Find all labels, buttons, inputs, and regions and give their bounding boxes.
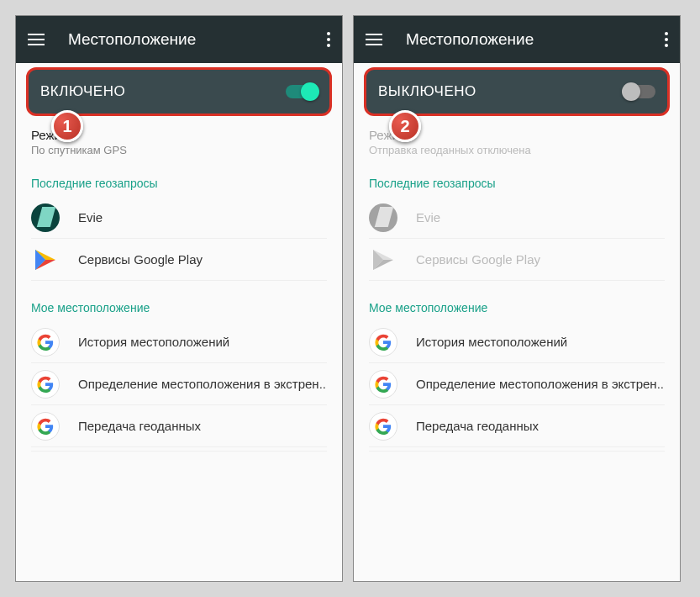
recent-item-evie: Evie (369, 197, 665, 239)
play-services-icon (31, 246, 60, 274)
step-badge: 1 (51, 110, 83, 142)
step-badge: 2 (389, 110, 421, 142)
divider (369, 451, 665, 452)
google-icon (31, 370, 60, 399)
content: Режим Отправка геоданных отключена После… (354, 116, 680, 452)
mode-subtitle: По спутникам GPS (31, 144, 327, 156)
item-label: Сервисы Google Play (416, 252, 540, 267)
mode-subtitle: Отправка геоданных отключена (369, 144, 665, 156)
content: Режим По спутникам GPS Последние геозапр… (16, 116, 342, 452)
item-label: Передача геоданных (416, 419, 539, 433)
item-label: Определение местоположения в экстрен.. (78, 377, 326, 391)
play-services-icon (369, 246, 397, 274)
location-toggle-row[interactable]: ВКЛЮЧЕНО (26, 67, 332, 116)
location-toggle-row[interactable]: ВЫКЛЮЧЕНО (364, 67, 670, 116)
item-label: История местоположений (416, 335, 567, 349)
menu-icon[interactable] (366, 30, 382, 49)
recent-item-play[interactable]: Сервисы Google Play (31, 239, 327, 281)
toggle-label: ВЫКЛЮЧЕНО (378, 83, 624, 100)
recent-item-evie[interactable]: Evie (31, 197, 327, 239)
location-history-item[interactable]: История местоположений (31, 321, 327, 363)
location-header: Мое местоположение (369, 301, 665, 314)
evie-icon (31, 203, 60, 232)
google-icon (369, 412, 397, 441)
item-label: Определение местоположения в экстрен.. (416, 377, 664, 391)
toggle-switch[interactable] (624, 85, 655, 98)
location-history-item[interactable]: История местоположений (369, 321, 665, 363)
page-title: Местоположение (68, 30, 327, 49)
item-label: Передача геоданных (78, 419, 201, 433)
divider (31, 451, 327, 452)
screen-1: Местоположение ВКЛЮЧЕНО 1 Режим По спутн… (15, 15, 343, 582)
overflow-icon[interactable] (327, 29, 330, 50)
evie-icon (369, 203, 397, 232)
google-icon (369, 328, 397, 357)
recent-item-play: Сервисы Google Play (369, 239, 665, 281)
geodata-share-item[interactable]: Передача геоданных (369, 405, 665, 447)
toggle-switch[interactable] (286, 85, 318, 98)
screen-2: Местоположение ВЫКЛЮЧЕНО 2 Режим Отправк… (353, 15, 681, 582)
item-label: История местоположений (78, 335, 229, 349)
geodata-share-item[interactable]: Передача геоданных (31, 405, 327, 447)
item-label: Сервисы Google Play (78, 252, 203, 267)
emergency-location-item[interactable]: Определение местоположения в экстрен.. (369, 363, 665, 405)
item-label: Evie (78, 210, 103, 225)
google-icon (369, 370, 397, 399)
recent-header: Последние геозапросы (31, 177, 327, 190)
menu-icon[interactable] (28, 30, 45, 49)
item-label: Evie (416, 210, 440, 225)
google-icon (31, 328, 60, 357)
overflow-icon[interactable] (665, 29, 668, 50)
toolbar: Местоположение (354, 16, 680, 63)
recent-header: Последние геозапросы (369, 177, 665, 190)
location-header: Мое местоположение (31, 301, 327, 314)
toolbar: Местоположение (16, 16, 342, 63)
google-icon (31, 412, 60, 441)
page-title: Местоположение (406, 30, 665, 49)
toggle-label: ВКЛЮЧЕНО (40, 83, 286, 100)
emergency-location-item[interactable]: Определение местоположения в экстрен.. (31, 363, 327, 405)
